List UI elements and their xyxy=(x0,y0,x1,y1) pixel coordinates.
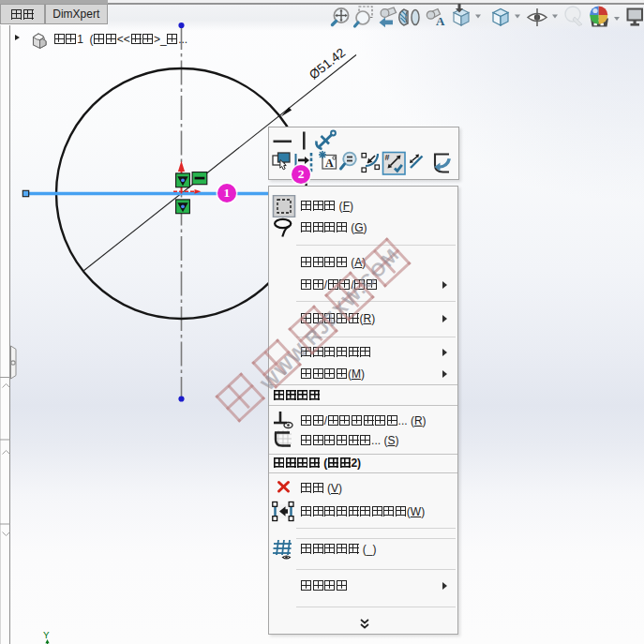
svg-text:A: A xyxy=(436,14,445,28)
svg-text:Y: Y xyxy=(43,630,50,641)
svg-text:#: # xyxy=(384,152,389,161)
svg-text:Ø51.42: Ø51.42 xyxy=(307,45,348,82)
